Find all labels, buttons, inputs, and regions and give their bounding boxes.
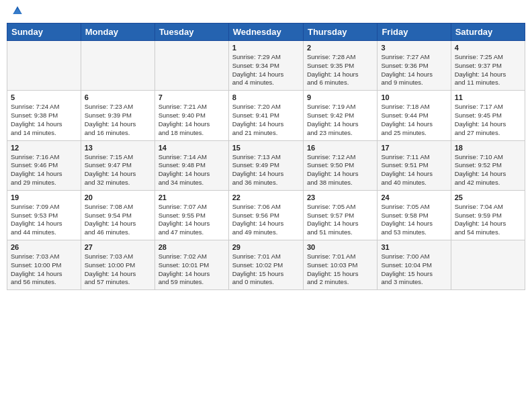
day-number: 15 <box>232 144 300 152</box>
calendar-day-17: 17Sunrise: 7:11 AM Sunset: 9:51 PM Dayli… <box>378 140 451 190</box>
calendar-day-1: 1Sunrise: 7:29 AM Sunset: 9:34 PM Daylig… <box>228 41 303 91</box>
calendar-week-row: 12Sunrise: 7:16 AM Sunset: 9:46 PM Dayli… <box>7 140 525 190</box>
weekday-header-sunday: Sunday <box>7 24 81 41</box>
day-number: 29 <box>232 243 300 251</box>
day-info: Sunrise: 7:03 AM Sunset: 10:00 PM Daylig… <box>11 253 77 287</box>
day-info: Sunrise: 7:28 AM Sunset: 9:35 PM Dayligh… <box>307 53 373 87</box>
day-info: Sunrise: 7:15 AM Sunset: 9:47 PM Dayligh… <box>85 153 151 187</box>
calendar-day-13: 13Sunrise: 7:15 AM Sunset: 9:47 PM Dayli… <box>81 140 154 190</box>
calendar-day-3: 3Sunrise: 7:27 AM Sunset: 9:36 PM Daylig… <box>378 41 451 91</box>
day-number: 6 <box>85 93 151 101</box>
weekday-header-saturday: Saturday <box>451 24 525 41</box>
calendar-day-31: 31Sunrise: 7:00 AM Sunset: 10:04 PM Dayl… <box>378 240 451 290</box>
day-number: 17 <box>381 144 447 152</box>
calendar-table: SundayMondayTuesdayWednesdayThursdayFrid… <box>7 23 525 290</box>
day-number: 1 <box>232 44 300 52</box>
calendar-day-8: 8Sunrise: 7:20 AM Sunset: 9:41 PM Daylig… <box>228 91 303 140</box>
calendar-empty-cell <box>7 41 81 91</box>
day-info: Sunrise: 7:19 AM Sunset: 9:42 PM Dayligh… <box>307 103 373 137</box>
day-info: Sunrise: 7:16 AM Sunset: 9:46 PM Dayligh… <box>11 153 77 187</box>
day-number: 21 <box>159 193 225 201</box>
calendar-day-14: 14Sunrise: 7:14 AM Sunset: 9:48 PM Dayli… <box>154 140 228 190</box>
calendar-day-28: 28Sunrise: 7:02 AM Sunset: 10:01 PM Dayl… <box>154 240 228 290</box>
day-info: Sunrise: 7:29 AM Sunset: 9:34 PM Dayligh… <box>232 53 300 87</box>
calendar-day-11: 11Sunrise: 7:17 AM Sunset: 9:45 PM Dayli… <box>451 91 525 140</box>
calendar-day-26: 26Sunrise: 7:03 AM Sunset: 10:00 PM Dayl… <box>7 240 81 290</box>
calendar-week-row: 19Sunrise: 7:09 AM Sunset: 9:53 PM Dayli… <box>7 190 525 240</box>
day-info: Sunrise: 7:25 AM Sunset: 9:37 PM Dayligh… <box>455 53 521 87</box>
day-info: Sunrise: 7:07 AM Sunset: 9:55 PM Dayligh… <box>159 203 225 237</box>
calendar-day-2: 2Sunrise: 7:28 AM Sunset: 9:35 PM Daylig… <box>303 41 377 91</box>
calendar-empty-cell <box>451 240 525 290</box>
day-number: 5 <box>11 93 77 101</box>
day-info: Sunrise: 7:14 AM Sunset: 9:48 PM Dayligh… <box>159 153 225 187</box>
day-info: Sunrise: 7:00 AM Sunset: 10:04 PM Daylig… <box>381 253 447 287</box>
day-number: 31 <box>381 243 447 251</box>
day-number: 18 <box>455 144 521 152</box>
day-number: 8 <box>232 93 300 101</box>
day-info: Sunrise: 7:02 AM Sunset: 10:01 PM Daylig… <box>159 253 225 287</box>
calendar-day-9: 9Sunrise: 7:19 AM Sunset: 9:42 PM Daylig… <box>303 91 377 140</box>
day-number: 26 <box>11 243 77 251</box>
calendar-day-5: 5Sunrise: 7:24 AM Sunset: 9:38 PM Daylig… <box>7 91 81 140</box>
day-number: 9 <box>307 93 373 101</box>
day-info: Sunrise: 7:27 AM Sunset: 9:36 PM Dayligh… <box>381 53 447 87</box>
calendar-day-27: 27Sunrise: 7:03 AM Sunset: 10:00 PM Dayl… <box>81 240 154 290</box>
calendar-day-22: 22Sunrise: 7:06 AM Sunset: 9:56 PM Dayli… <box>228 190 303 240</box>
weekday-header-wednesday: Wednesday <box>228 24 303 41</box>
day-info: Sunrise: 7:01 AM Sunset: 10:02 PM Daylig… <box>232 253 300 287</box>
day-info: Sunrise: 7:21 AM Sunset: 9:40 PM Dayligh… <box>159 103 225 137</box>
svg-marker-1 <box>13 9 21 14</box>
day-number: 23 <box>307 193 373 201</box>
page: SundayMondayTuesdayWednesdayThursdayFrid… <box>0 0 532 297</box>
day-number: 27 <box>85 243 151 251</box>
day-info: Sunrise: 7:06 AM Sunset: 9:56 PM Dayligh… <box>232 203 300 237</box>
day-number: 2 <box>307 44 373 52</box>
day-number: 24 <box>381 193 447 201</box>
day-info: Sunrise: 7:18 AM Sunset: 9:44 PM Dayligh… <box>381 103 447 137</box>
day-info: Sunrise: 7:20 AM Sunset: 9:41 PM Dayligh… <box>232 103 300 137</box>
day-number: 13 <box>85 144 151 152</box>
day-info: Sunrise: 7:08 AM Sunset: 9:54 PM Dayligh… <box>85 203 151 237</box>
calendar-day-4: 4Sunrise: 7:25 AM Sunset: 9:37 PM Daylig… <box>451 41 525 91</box>
day-info: Sunrise: 7:05 AM Sunset: 9:57 PM Dayligh… <box>307 203 373 237</box>
calendar-day-21: 21Sunrise: 7:07 AM Sunset: 9:55 PM Dayli… <box>154 190 228 240</box>
logo <box>9 7 24 17</box>
day-number: 11 <box>455 93 521 101</box>
day-number: 14 <box>159 144 225 152</box>
day-info: Sunrise: 7:23 AM Sunset: 9:39 PM Dayligh… <box>85 103 151 137</box>
day-info: Sunrise: 7:17 AM Sunset: 9:45 PM Dayligh… <box>455 103 521 137</box>
day-number: 7 <box>159 93 225 101</box>
day-info: Sunrise: 7:04 AM Sunset: 9:59 PM Dayligh… <box>455 203 521 237</box>
calendar-day-25: 25Sunrise: 7:04 AM Sunset: 9:59 PM Dayli… <box>451 190 525 240</box>
calendar-day-6: 6Sunrise: 7:23 AM Sunset: 9:39 PM Daylig… <box>81 91 154 140</box>
calendar-day-29: 29Sunrise: 7:01 AM Sunset: 10:02 PM Dayl… <box>228 240 303 290</box>
calendar-week-row: 5Sunrise: 7:24 AM Sunset: 9:38 PM Daylig… <box>7 91 525 140</box>
day-number: 28 <box>159 243 225 251</box>
day-info: Sunrise: 7:09 AM Sunset: 9:53 PM Dayligh… <box>11 203 77 237</box>
weekday-header-friday: Friday <box>378 24 451 41</box>
calendar-day-24: 24Sunrise: 7:05 AM Sunset: 9:58 PM Dayli… <box>378 190 451 240</box>
day-number: 12 <box>11 144 77 152</box>
day-number: 30 <box>307 243 373 251</box>
calendar-day-10: 10Sunrise: 7:18 AM Sunset: 9:44 PM Dayli… <box>378 91 451 140</box>
weekday-header-monday: Monday <box>81 24 154 41</box>
header <box>7 7 525 17</box>
calendar-day-19: 19Sunrise: 7:09 AM Sunset: 9:53 PM Dayli… <box>7 190 81 240</box>
day-info: Sunrise: 7:11 AM Sunset: 9:51 PM Dayligh… <box>381 153 447 187</box>
calendar-empty-cell <box>81 41 154 91</box>
day-info: Sunrise: 7:13 AM Sunset: 9:49 PM Dayligh… <box>232 153 300 187</box>
calendar-day-16: 16Sunrise: 7:12 AM Sunset: 9:50 PM Dayli… <box>303 140 377 190</box>
day-info: Sunrise: 7:01 AM Sunset: 10:03 PM Daylig… <box>307 253 373 287</box>
weekday-header-row: SundayMondayTuesdayWednesdayThursdayFrid… <box>7 24 525 41</box>
day-info: Sunrise: 7:05 AM Sunset: 9:58 PM Dayligh… <box>381 203 447 237</box>
day-info: Sunrise: 7:03 AM Sunset: 10:00 PM Daylig… <box>85 253 151 287</box>
calendar-week-row: 1Sunrise: 7:29 AM Sunset: 9:34 PM Daylig… <box>7 41 525 91</box>
calendar-day-12: 12Sunrise: 7:16 AM Sunset: 9:46 PM Dayli… <box>7 140 81 190</box>
day-number: 22 <box>232 193 300 201</box>
weekday-header-thursday: Thursday <box>303 24 377 41</box>
calendar-day-7: 7Sunrise: 7:21 AM Sunset: 9:40 PM Daylig… <box>154 91 228 140</box>
day-number: 25 <box>455 193 521 201</box>
calendar-empty-cell <box>154 41 228 91</box>
calendar-day-23: 23Sunrise: 7:05 AM Sunset: 9:57 PM Dayli… <box>303 190 377 240</box>
